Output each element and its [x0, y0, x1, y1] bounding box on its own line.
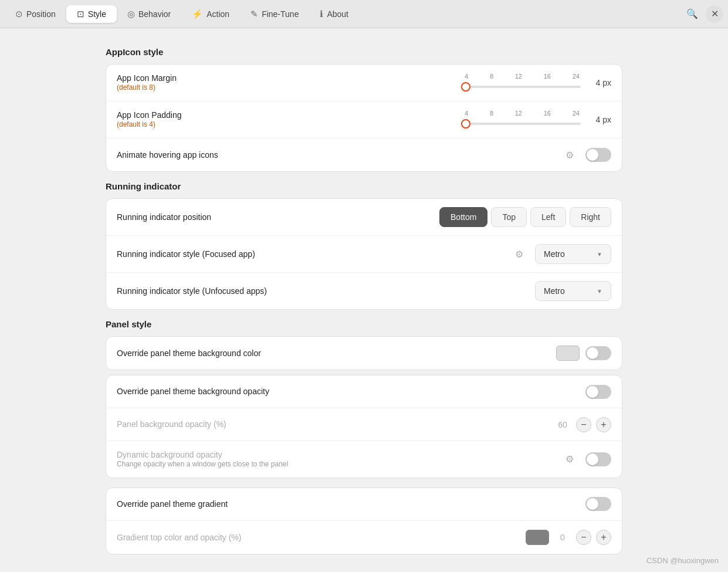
gradient-color-swatch[interactable]	[526, 530, 549, 545]
dynamic-opacity-toggle[interactable]	[585, 452, 611, 466]
padding-sublabel: (default is 4)	[117, 120, 463, 130]
btn-bottom[interactable]: Bottom	[439, 207, 487, 227]
dynamic-opacity-label: Dynamic background opacity	[117, 450, 222, 459]
nav-label-behavior: Behavior	[138, 9, 171, 19]
top-nav: ⊙ Position ⊡ Style ◎ Behavior ⚡ Action ✎…	[0, 0, 728, 28]
animate-toggle-knob	[587, 149, 598, 161]
override-gradient-row: Override panel theme gradient	[106, 488, 622, 521]
dynamic-opacity-row: Dynamic background opacity Change opacit…	[106, 441, 622, 478]
nav-label-about: About	[327, 9, 348, 19]
style-focused-row: Running indicator style (Focused app) ⚙ …	[106, 236, 622, 273]
behavior-icon: ◎	[127, 9, 135, 19]
padding-slider-container: 4 8 12 16 24 4 px	[463, 110, 611, 130]
btn-top[interactable]: Top	[491, 207, 527, 227]
padding-row: App Icon Padding (default is 4) 4 8 12 1…	[106, 101, 622, 138]
animate-gear-icon: ⚙	[566, 150, 574, 161]
position-row: Running indicator position Bottom Top Le…	[106, 199, 622, 236]
nav-label-finetune: Fine-Tune	[262, 9, 299, 19]
gradient-color-label: Gradient top color and opacity (%)	[117, 532, 526, 543]
margin-slider-container: 4 8 12 16 24 4 px	[463, 73, 611, 93]
style-focused-value: Metro	[544, 249, 565, 259]
nav-item-finetune[interactable]: ✎ Fine-Tune	[240, 5, 309, 23]
animate-label: Animate hovering app icons	[117, 150, 566, 160]
style-unfocused-label: Running indicator style (Unfocused apps)	[117, 286, 535, 296]
margin-label: App Icon Margin	[117, 73, 177, 83]
nav-label-position: Position	[26, 9, 56, 19]
running-section-title: Running indicator	[106, 181, 622, 191]
nav-item-position[interactable]: ⊙ Position	[5, 5, 66, 23]
color-swatch-bg[interactable]	[556, 346, 580, 361]
padding-tick-labels: 4 8 12 16 24	[463, 110, 581, 117]
override-opacity-toggle[interactable]	[585, 385, 611, 399]
gradient-color-row: Gradient top color and opacity (%) 0 − +	[106, 521, 622, 554]
style-icon: ⊡	[77, 9, 84, 19]
dynamic-opacity-sublabel: Change opacity when a window gets close …	[117, 460, 566, 469]
dropdown-arrow-focused: ▼	[597, 251, 602, 258]
panel-card-3: Override panel theme gradient Gradient t…	[106, 488, 622, 554]
action-icon: ⚡	[192, 9, 203, 19]
animate-toggle[interactable]	[585, 148, 611, 162]
nav-label-style: Style	[88, 9, 106, 19]
nav-item-behavior[interactable]: ◎ Behavior	[117, 5, 181, 23]
panel-card-2: Override panel theme background opacity …	[106, 375, 622, 478]
style-unfocused-value: Metro	[544, 286, 565, 296]
gradient-increment[interactable]: +	[596, 530, 611, 545]
bg-opacity-label: Panel background opacity (%)	[117, 419, 554, 429]
finetune-icon: ✎	[250, 9, 258, 19]
padding-thumb[interactable]	[461, 119, 470, 128]
override-bg-toggle[interactable]	[585, 346, 611, 360]
dynamic-opacity-knob	[587, 453, 598, 465]
nav-actions: 🔍 ✕	[683, 5, 723, 23]
margin-row: App Icon Margin (default is 8) 4 8 12 16…	[106, 65, 622, 101]
panel-card-1: Override panel theme background color	[106, 336, 622, 370]
animate-row: Animate hovering app icons ⚙	[106, 138, 622, 171]
override-gradient-label: Override panel theme gradient	[117, 499, 585, 509]
bg-opacity-increment[interactable]: +	[596, 417, 611, 432]
override-opacity-knob	[587, 386, 598, 398]
close-button[interactable]: ✕	[706, 5, 723, 23]
override-opacity-row: Override panel theme background opacity	[106, 375, 622, 408]
style-unfocused-dropdown[interactable]: Metro ▼	[535, 281, 611, 301]
style-focused-dropdown[interactable]: Metro ▼	[535, 244, 611, 264]
margin-value: 4 px	[588, 78, 611, 87]
position-label: Running indicator position	[117, 212, 439, 222]
btn-left[interactable]: Left	[530, 207, 566, 227]
search-button[interactable]: 🔍	[683, 5, 701, 23]
override-gradient-knob	[587, 498, 598, 510]
override-gradient-toggle[interactable]	[585, 497, 611, 511]
override-bg-label: Override panel theme background color	[117, 348, 556, 358]
style-focused-label: Running indicator style (Focused app)	[117, 249, 515, 259]
dropdown-arrow-unfocused: ▼	[597, 288, 602, 295]
nav-label-action: Action	[206, 9, 229, 19]
appicon-section-title: AppIcon style	[106, 47, 622, 57]
padding-label: App Icon Padding	[117, 110, 182, 120]
bg-opacity-decrement[interactable]: −	[576, 417, 591, 432]
bg-opacity-row: Panel background opacity (%) 60 − +	[106, 408, 622, 441]
style-unfocused-row: Running indicator style (Unfocused apps)…	[106, 273, 622, 309]
style-focused-gear-icon: ⚙	[515, 249, 523, 260]
nav-item-style[interactable]: ⊡ Style	[66, 5, 117, 23]
override-opacity-label: Override panel theme background opacity	[117, 386, 585, 397]
nav-item-action[interactable]: ⚡ Action	[181, 5, 240, 23]
margin-thumb[interactable]	[461, 82, 470, 92]
position-icon: ⊙	[15, 9, 23, 19]
appicon-card: App Icon Margin (default is 8) 4 8 12 16…	[106, 64, 622, 172]
override-bg-row: Override panel theme background color	[106, 337, 622, 370]
margin-slider[interactable]: 4 8 12 16 24	[463, 73, 581, 93]
btn-right[interactable]: Right	[570, 207, 611, 227]
gradient-opacity-value: 0	[554, 533, 571, 542]
bg-opacity-stepper: 60 − +	[554, 417, 611, 432]
about-icon: ℹ	[320, 9, 323, 19]
position-buttons: Bottom Top Left Right	[439, 207, 611, 227]
nav-item-about[interactable]: ℹ About	[309, 5, 359, 23]
dynamic-opacity-gear-icon: ⚙	[566, 453, 574, 465]
gradient-opacity-stepper: 0 − +	[554, 530, 611, 545]
padding-slider[interactable]: 4 8 12 16 24	[463, 110, 581, 130]
running-card: Running indicator position Bottom Top Le…	[106, 198, 622, 310]
watermark: CSDN @huoxingwen	[646, 556, 719, 565]
override-bg-knob	[587, 347, 598, 359]
gradient-decrement[interactable]: −	[576, 530, 591, 545]
main-content: AppIcon style App Icon Margin (default i…	[0, 28, 728, 572]
margin-tick-labels: 4 8 12 16 24	[463, 73, 581, 80]
margin-sublabel: (default is 8)	[117, 83, 463, 93]
